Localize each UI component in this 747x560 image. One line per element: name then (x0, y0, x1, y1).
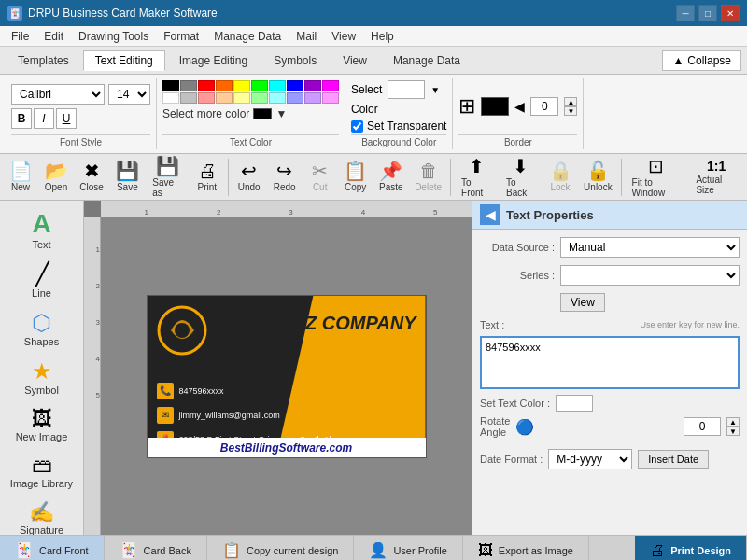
undo-button[interactable]: ↩ Undo (233, 157, 266, 198)
view-button[interactable]: View (560, 293, 605, 312)
border-minus-btn[interactable]: ◀ (514, 99, 525, 114)
border-pattern-icon[interactable]: ⊞ (458, 94, 475, 119)
color-dropdown-arrow[interactable]: ▼ (275, 107, 287, 120)
tab-manage-data[interactable]: Manage Data (381, 50, 472, 71)
color-swatch-yellow[interactable] (233, 80, 250, 91)
color-swatch-lt-green[interactable] (251, 92, 268, 104)
color-swatch-blue[interactable] (287, 80, 303, 91)
color-swatch-lt-purple[interactable] (304, 92, 321, 104)
italic-button[interactable]: I (34, 108, 54, 129)
menu-format[interactable]: Format (156, 28, 206, 45)
border-color-box[interactable] (481, 97, 509, 116)
new-button[interactable]: 📄 New (4, 157, 37, 198)
color-swatch-lt-red[interactable] (198, 92, 215, 104)
panel-back-button[interactable]: ◀ (480, 204, 500, 225)
actual-size-button[interactable]: 1:1 Actual Size (689, 157, 743, 198)
unlock-button[interactable]: 🔓 Unlock (579, 157, 617, 198)
color-swatch-orange[interactable] (216, 80, 233, 91)
actual-size-label: Actual Size (696, 175, 737, 195)
color-swatch-silver[interactable] (180, 92, 197, 104)
color-swatch-white[interactable] (162, 92, 179, 104)
tab-view[interactable]: View (331, 50, 379, 71)
sidebar-item-new-image[interactable]: 🖼 New Image (5, 404, 79, 447)
bottom-tab-card-back[interactable]: 🃏 Card Back (105, 536, 207, 560)
copy-button[interactable]: 📋 Copy (339, 157, 373, 198)
underline-button[interactable]: U (56, 108, 77, 129)
sidebar-item-image-library[interactable]: 🗃 Image Library (5, 451, 79, 494)
menu-mail[interactable]: Mail (289, 28, 324, 45)
paste-button[interactable]: 📌 Paste (374, 157, 408, 198)
border-width-down[interactable]: ▼ (564, 106, 577, 116)
color-swatch-cyan[interactable] (269, 80, 286, 91)
print-button[interactable]: 🖨 Print (190, 157, 224, 198)
color-swatch-lt-pink[interactable] (322, 92, 339, 104)
color-swatch-peach[interactable] (216, 92, 233, 104)
sidebar-item-shapes[interactable]: ⬡ Shapes (5, 307, 79, 352)
border-width-input[interactable] (530, 97, 558, 116)
color-swatch-red[interactable] (198, 80, 215, 91)
tab-text-editing[interactable]: Text Editing (83, 50, 165, 71)
delete-button[interactable]: 🗑 Delete (410, 157, 446, 198)
sidebar-item-line[interactable]: ╱ Line (5, 259, 79, 303)
tab-templates[interactable]: Templates (6, 50, 81, 71)
maximize-button[interactable]: □ (698, 5, 717, 21)
bottom-tab-user-profile[interactable]: 👤 User Profile (354, 536, 462, 560)
bg-color-dropdown[interactable]: ▼ (430, 85, 440, 95)
unlock-label: Unlock (584, 182, 613, 192)
menu-drawing-tools[interactable]: Drawing Tools (71, 28, 156, 45)
insert-date-button[interactable]: Insert Date (638, 450, 709, 469)
save-button[interactable]: 💾 Save (110, 157, 144, 198)
color-swatch-lt-blue[interactable] (287, 92, 303, 104)
cut-button[interactable]: ✂ Cut (303, 157, 337, 198)
set-transparent-checkbox[interactable] (351, 120, 363, 133)
to-front-button[interactable]: ⬆ To Front (455, 157, 498, 198)
tab-symbols[interactable]: Symbols (261, 50, 329, 71)
rotate-value-input[interactable] (684, 417, 721, 436)
redo-button[interactable]: ↪ Redo (268, 157, 302, 198)
set-text-color-box[interactable] (556, 395, 593, 412)
sidebar-item-text[interactable]: A Text (5, 206, 79, 255)
color-swatch-purple[interactable] (304, 80, 321, 91)
toolbar-divider3 (621, 159, 622, 196)
bottom-tab-export[interactable]: 🖼 Export as Image (463, 536, 589, 560)
bottom-tab-card-front[interactable]: 🃏 Card Front (0, 536, 105, 560)
sidebar-item-symbol[interactable]: ★ Symbol (5, 356, 79, 400)
text-area-input[interactable]: 847596xxxx (482, 338, 738, 385)
data-source-select[interactable]: Manual Database Excel (560, 237, 740, 258)
fit-window-button[interactable]: ⊡ Fit to Window (626, 157, 688, 198)
open-button[interactable]: 📂 Open (39, 157, 73, 198)
rotate-down-button[interactable]: ▼ (726, 427, 740, 436)
menu-file[interactable]: File (4, 28, 36, 45)
menu-help[interactable]: Help (363, 28, 402, 45)
menu-edit[interactable]: Edit (36, 28, 71, 45)
color-swatch-green[interactable] (251, 80, 268, 91)
date-format-select[interactable]: M-d-yyyy d/M/yyyy yyyy-MM-dd (548, 449, 632, 469)
select-more-color-row[interactable]: Select more color ▼ (162, 107, 287, 120)
font-name-select[interactable]: Calibri (11, 84, 105, 105)
close-button[interactable]: ✖ Close (75, 157, 108, 198)
bottom-tab-print[interactable]: 🖨 Print Design (635, 536, 747, 560)
rotate-up-button[interactable]: ▲ (726, 417, 740, 427)
bold-button[interactable]: B (11, 108, 32, 129)
color-swatch-pink[interactable] (322, 80, 339, 91)
save-as-button[interactable]: 💾 Save as (146, 157, 189, 198)
minimize-button[interactable]: ─ (676, 5, 695, 21)
color-swatch-lt-cyan[interactable] (269, 92, 286, 104)
menu-manage-data[interactable]: Manage Data (206, 28, 289, 45)
business-card[interactable]: XYZ COMPANY 📞 847596xxxx ✉ jimmy_willams… (147, 295, 427, 458)
to-back-button[interactable]: ⬇ To Back (500, 157, 542, 198)
tab-image-editing[interactable]: Image Editing (167, 50, 260, 71)
font-size-select[interactable]: 14 (108, 84, 150, 105)
border-width-up[interactable]: ▲ (564, 97, 577, 106)
menu-view[interactable]: View (324, 28, 363, 45)
color-swatch-lt-yellow[interactable] (233, 92, 250, 104)
color-swatch-black[interactable] (162, 80, 179, 91)
color-swatch-gray[interactable] (180, 80, 197, 91)
sidebar-item-signature[interactable]: ✍ Signature (5, 497, 79, 535)
bg-color-box[interactable] (388, 80, 425, 99)
collapse-button[interactable]: ▲ Collapse (662, 50, 741, 71)
close-window-button[interactable]: ✕ (721, 5, 740, 21)
series-select[interactable] (560, 265, 740, 286)
lock-button[interactable]: 🔒 Lock (543, 157, 577, 198)
bottom-tab-copy-design[interactable]: 📋 Copy current design (207, 536, 354, 560)
